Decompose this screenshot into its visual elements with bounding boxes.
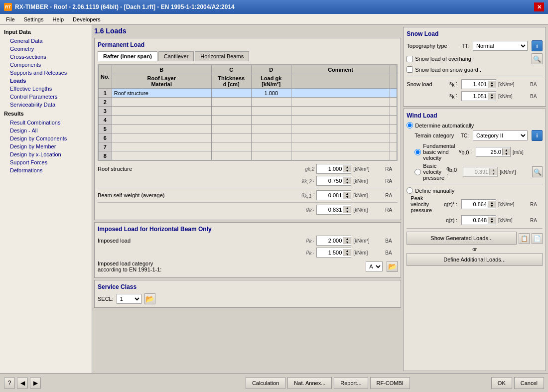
sidebar-item-components[interactable]: Components — [0, 61, 92, 69]
pk-up1[interactable]: ▲ — [343, 237, 351, 241]
qz-input2[interactable] — [462, 216, 488, 225]
calculation-btn[interactable]: Calculation — [246, 377, 285, 389]
gk1-down[interactable]: ▼ — [343, 195, 351, 199]
sidebar-item-design-location[interactable]: Design by x-Location — [0, 150, 92, 158]
sidebar-item-deformations[interactable]: Deformations — [0, 166, 92, 174]
next-btn[interactable]: ▶ — [30, 378, 41, 389]
vb0-spinbox[interactable]: ▲ ▼ — [476, 147, 511, 157]
vb0-input[interactable] — [476, 147, 502, 156]
pk-input1[interactable] — [317, 236, 343, 245]
table-row[interactable]: 5 — [99, 125, 397, 133]
sidebar-item-support-forces[interactable]: Support Forces — [0, 158, 92, 166]
pk-spinbox2[interactable]: ▲ ▼ — [316, 248, 351, 258]
table-row[interactable]: 6 — [99, 133, 397, 142]
topography-select[interactable]: NormalWindsweptSheltered — [473, 41, 528, 51]
determine-auto-radio[interactable] — [407, 122, 413, 129]
rf-combi-btn[interactable]: RF-COMBI — [370, 377, 410, 389]
snow-overhang-check[interactable] — [407, 56, 413, 62]
sidebar-item-result-combinations[interactable]: Result Combinations — [0, 119, 92, 127]
sidebar-item-control-parameters[interactable]: Control Parameters — [0, 93, 92, 101]
terrain-select[interactable]: Category 0Category ICategory IICategory … — [473, 131, 528, 140]
tab-horizontal-beams[interactable]: Horizontal Beams — [195, 51, 249, 61]
qb0-input[interactable] — [463, 167, 489, 176]
gk2-input1[interactable] — [317, 164, 343, 173]
sidebar-item-serviceability[interactable]: Serviceability Data — [0, 101, 92, 109]
sk-up1[interactable]: ▲ — [488, 81, 496, 84]
qb0-spinbox[interactable]: ▲ ▼ — [463, 167, 498, 177]
gk2-spinbox1[interactable]: ▲ ▼ — [316, 164, 351, 174]
tab-cantilever[interactable]: Cantilever — [158, 51, 194, 61]
sidebar-item-loads[interactable]: Loads — [0, 77, 92, 85]
qz-up1[interactable]: ▲ — [488, 201, 496, 204]
qz-spinbox1[interactable]: ▲ ▼ — [461, 199, 496, 209]
sidebar-item-geometry[interactable]: Geometry — [0, 45, 92, 53]
sk-input2[interactable] — [462, 92, 488, 101]
ok-btn[interactable]: OK — [491, 377, 512, 389]
report-btn[interactable]: Report... — [334, 377, 368, 389]
menu-settings[interactable]: Settings — [20, 15, 48, 23]
pk-spinbox1[interactable]: ▲ ▼ — [316, 236, 351, 246]
pk-up2[interactable]: ▲ — [343, 249, 351, 253]
pk-down2[interactable]: ▼ — [343, 253, 351, 256]
table-row[interactable]: 4 — [99, 116, 397, 125]
fund-wind-radio[interactable] — [414, 149, 421, 155]
qz-down2[interactable]: ▼ — [488, 220, 496, 224]
qb0-down[interactable]: ▼ — [490, 172, 497, 175]
gk2-down1[interactable]: ▼ — [343, 169, 351, 172]
menu-developers[interactable]: Developers — [69, 15, 105, 23]
sidebar-item-general-data[interactable]: General Data — [0, 37, 92, 45]
prev-btn[interactable]: ◀ — [17, 378, 28, 389]
table-row[interactable]: 3 — [99, 107, 397, 116]
wind-magnify-btn[interactable]: 🔍 — [532, 166, 543, 177]
sk-spinbox1[interactable]: ▲ ▼ — [461, 79, 496, 89]
basic-pressure-radio[interactable] — [414, 169, 421, 175]
gk-up[interactable]: ▲ — [343, 206, 351, 210]
imposed-category-select[interactable]: ABCDE — [366, 261, 383, 271]
sidebar-item-design-all[interactable]: Design - All — [0, 127, 92, 134]
nat-annex-btn[interactable]: Nat. Annex... — [287, 377, 332, 389]
show-generated-loads-btn[interactable]: Show Generated Loads... — [407, 232, 517, 245]
gk2-down2[interactable]: ▼ — [343, 181, 351, 184]
gk2-input2[interactable] — [317, 176, 343, 185]
pk-down1[interactable]: ▼ — [343, 241, 351, 244]
gk2-up2[interactable]: ▲ — [343, 177, 351, 181]
row-material[interactable]: Roof structure — [112, 89, 211, 98]
snow-guard-check[interactable] — [407, 66, 413, 73]
gk1-spinbox[interactable]: ▲ ▼ — [316, 190, 351, 200]
sk-spinbox2[interactable]: ▲ ▼ — [461, 91, 496, 101]
row-thickness[interactable] — [211, 89, 251, 98]
cancel-btn[interactable]: Cancel — [514, 377, 544, 389]
sk-up2[interactable]: ▲ — [488, 93, 496, 96]
qz-spinbox2[interactable]: ▲ ▼ — [461, 215, 496, 225]
gk-spinbox[interactable]: ▲ ▼ — [316, 205, 351, 215]
snow-magnify-btn[interactable]: 🔍 — [532, 53, 543, 64]
add-loads-btn[interactable]: Define Additional Loads... — [407, 253, 543, 266]
qb0-up[interactable]: ▲ — [490, 168, 497, 172]
gk2-up1[interactable]: ▲ — [343, 165, 351, 169]
table-row[interactable]: 8 — [99, 151, 397, 160]
secl-select[interactable]: 123 — [117, 294, 141, 304]
sk-input1[interactable] — [462, 80, 488, 89]
vb0-down[interactable]: ▼ — [503, 152, 510, 155]
gk-input[interactable] — [317, 205, 343, 214]
sk-down2[interactable]: ▼ — [488, 96, 496, 100]
sidebar-item-supports[interactable]: Supports and Releases — [0, 69, 92, 77]
gk1-input[interactable] — [317, 191, 343, 200]
sidebar-item-cross-sections[interactable]: Cross-sections — [0, 53, 92, 61]
table-row[interactable]: 7 — [99, 142, 397, 151]
table-row[interactable]: 2 — [99, 98, 397, 107]
table-row[interactable]: 1 Roof structure 1.000 — [99, 89, 397, 98]
menu-file[interactable]: File — [2, 15, 19, 23]
wind-icon-btn2[interactable]: 📄 — [532, 233, 543, 244]
menu-help[interactable]: Help — [48, 15, 68, 23]
pk-input2[interactable] — [317, 248, 343, 257]
snow-info-btn[interactable]: i — [532, 40, 543, 51]
sk-down1[interactable]: ▼ — [488, 84, 496, 88]
qz-down1[interactable]: ▼ — [488, 204, 496, 208]
secl-icon-btn[interactable]: 📂 — [144, 293, 155, 304]
qz-up2[interactable]: ▲ — [488, 217, 496, 220]
close-button[interactable]: ✕ — [534, 2, 544, 11]
gk2-spinbox2[interactable]: ▲ ▼ — [316, 176, 351, 186]
qz-input1[interactable] — [462, 200, 488, 209]
gk1-up[interactable]: ▲ — [343, 192, 351, 195]
